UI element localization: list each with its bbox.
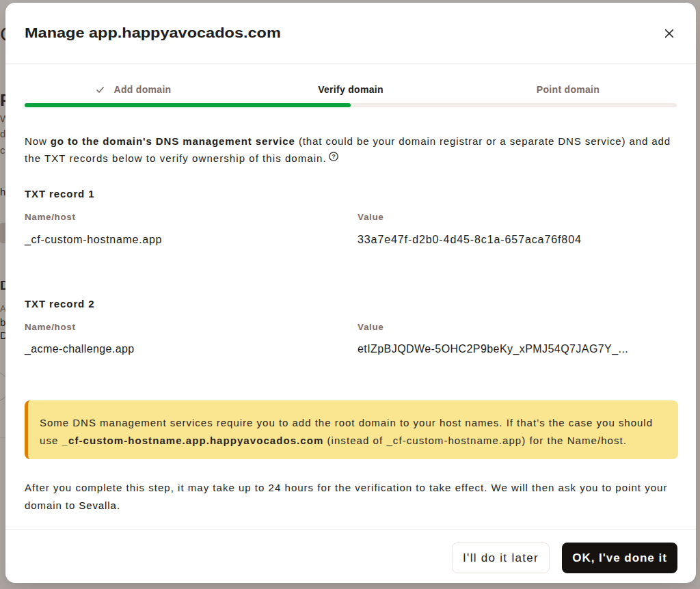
svg-text:?: ?: [332, 153, 336, 160]
